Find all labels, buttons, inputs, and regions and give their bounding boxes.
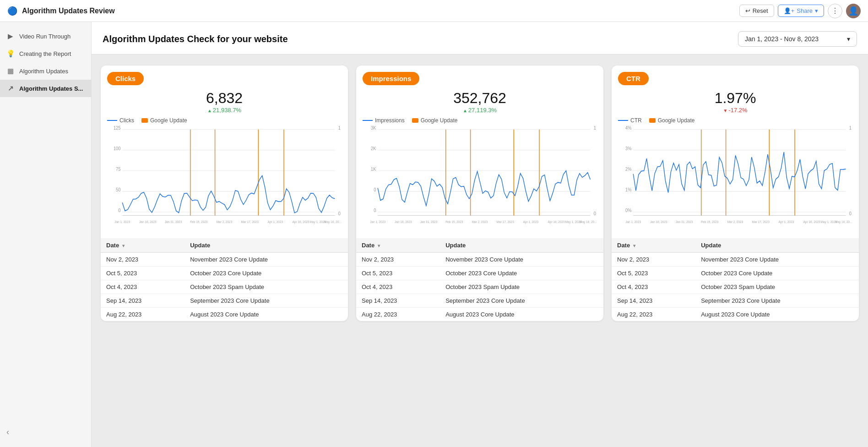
table-cell-update: October 2023 Core Update bbox=[695, 267, 859, 280]
date-picker-chevron: ▾ bbox=[847, 35, 850, 43]
card-clicks: Clicks 6,832 21,938.7% Clicks Google Upd… bbox=[101, 65, 348, 321]
topbar-left: 🔵 Algorithm Updates Review bbox=[7, 6, 115, 16]
table-cell-update: October 2023 Spam Update bbox=[184, 280, 348, 294]
col-update-ctr: Update bbox=[695, 238, 859, 253]
legend-rect-marker bbox=[141, 118, 148, 123]
table-row: Aug 22, 2023 August 2023 Core Update bbox=[356, 308, 603, 322]
svg-text:Apr 1, 2023: Apr 1, 2023 bbox=[268, 220, 283, 224]
svg-text:3K: 3K bbox=[371, 125, 376, 131]
svg-text:Feb 15, 2023: Feb 15, 2023 bbox=[190, 220, 207, 223]
sidebar-icon-algorithm-updates: ▦ bbox=[6, 67, 15, 75]
legend-rect-marker bbox=[649, 118, 656, 123]
svg-text:0: 0 bbox=[374, 187, 376, 192]
chart-legend-impressions: Impressions Google Update bbox=[356, 114, 603, 125]
table-cell-date: Oct 5, 2023 bbox=[356, 267, 440, 280]
card-change-impressions: 27,119.3% bbox=[356, 107, 603, 114]
chart-svg-impressions: 3K 2K 1K 0 0 1 0 Jan 1, 2023 Jan 16, 202… bbox=[361, 125, 599, 233]
table-row: Aug 22, 2023 August 2023 Core Update bbox=[612, 308, 859, 322]
table-cell-update: September 2023 Core Update bbox=[695, 294, 859, 308]
table-row: Oct 4, 2023 October 2023 Spam Update bbox=[101, 280, 348, 294]
svg-text:Apr 16, 2023: Apr 16, 2023 bbox=[803, 220, 820, 224]
svg-text:Jan 31, 2023: Jan 31, 2023 bbox=[676, 220, 693, 223]
more-options-button[interactable]: ⋮ bbox=[828, 4, 842, 18]
table-cell-update: October 2023 Core Update bbox=[440, 267, 603, 280]
sidebar-collapse-button[interactable]: ‹ bbox=[0, 423, 91, 442]
avatar[interactable]: 👤 bbox=[846, 4, 861, 18]
table-cell-date: Aug 22, 2023 bbox=[101, 308, 184, 322]
legend-rect-marker bbox=[412, 118, 418, 123]
table-row: Nov 2, 2023 November 2023 Core Update bbox=[612, 253, 859, 267]
sidebar-item-creating-report[interactable]: 💡Creating the Report bbox=[0, 45, 91, 62]
legend-line-label: CTR bbox=[630, 117, 642, 124]
svg-text:0: 0 bbox=[849, 211, 852, 217]
card-change-clicks: 21,938.7% bbox=[101, 107, 348, 114]
svg-text:Jan 1, 2023: Jan 1, 2023 bbox=[370, 220, 385, 223]
svg-text:1: 1 bbox=[594, 125, 597, 131]
svg-text:May 1, 2023: May 1, 2023 bbox=[820, 220, 837, 224]
sidebar-item-algorithm-updates[interactable]: ▦Algorithm Updates bbox=[0, 62, 91, 80]
svg-text:0: 0 bbox=[594, 211, 597, 217]
table-cell-update: August 2023 Core Update bbox=[440, 308, 603, 322]
legend-rect-impressions: Google Update bbox=[412, 117, 458, 124]
col-date-ctr[interactable]: Date ▾ bbox=[612, 238, 695, 253]
legend-line-impressions: Impressions bbox=[363, 117, 405, 124]
card-table-ctr: Date ▾ Update Nov 2, 2023 November 2023 … bbox=[612, 238, 859, 321]
table-cell-update: November 2023 Core Update bbox=[440, 253, 603, 267]
legend-rect-clicks: Google Update bbox=[141, 117, 187, 124]
svg-text:1: 1 bbox=[849, 125, 852, 131]
col-update-clicks: Update bbox=[184, 238, 348, 253]
sidebar-icon-algorithm-updates-s: ↗ bbox=[6, 84, 15, 93]
svg-text:Feb 15, 2023: Feb 15, 2023 bbox=[445, 220, 463, 223]
table-row: Nov 2, 2023 November 2023 Core Update bbox=[101, 253, 348, 267]
svg-text:Feb 15, 2023: Feb 15, 2023 bbox=[701, 220, 718, 223]
table-cell-date: Sep 14, 2023 bbox=[101, 294, 184, 308]
share-button[interactable]: 👤+ Share ▾ bbox=[778, 5, 824, 17]
table-cell-update: October 2023 Spam Update bbox=[440, 280, 603, 294]
svg-text:Apr 16, 2023: Apr 16, 2023 bbox=[293, 220, 309, 224]
sidebar-icon-video-run-through: ▶ bbox=[6, 32, 15, 40]
change-arrow-ctr bbox=[723, 107, 728, 114]
table-cell-update: November 2023 Core Update bbox=[184, 253, 348, 267]
date-picker[interactable]: Jan 1, 2023 - Nov 8, 2023 ▾ bbox=[738, 31, 857, 47]
svg-text:Mar 2, 2023: Mar 2, 2023 bbox=[217, 220, 233, 223]
change-arrow-clicks bbox=[207, 107, 213, 114]
legend-line-marker bbox=[363, 120, 373, 121]
col-update-impressions: Update bbox=[440, 238, 603, 253]
col-date-clicks[interactable]: Date ▾ bbox=[101, 238, 184, 253]
collapse-icon: ‹ bbox=[6, 427, 9, 436]
table-cell-date: Sep 14, 2023 bbox=[612, 294, 695, 308]
svg-text:4%: 4% bbox=[625, 125, 631, 131]
svg-text:Jan 31, 2023: Jan 31, 2023 bbox=[165, 220, 182, 223]
svg-text:May 1, 2023: May 1, 2023 bbox=[309, 220, 326, 224]
legend-line-marker bbox=[618, 120, 628, 121]
svg-text:Apr 1, 2023: Apr 1, 2023 bbox=[523, 220, 539, 224]
main-content: Algorithm Updates Check for your website… bbox=[92, 22, 868, 447]
table-row: Oct 5, 2023 October 2023 Core Update bbox=[612, 267, 859, 280]
table-row: Oct 4, 2023 October 2023 Spam Update bbox=[356, 280, 603, 294]
svg-text:May 1, 2023: May 1, 2023 bbox=[565, 220, 581, 224]
svg-text:50: 50 bbox=[116, 187, 121, 192]
table-row: Oct 5, 2023 October 2023 Core Update bbox=[101, 267, 348, 280]
card-value-ctr: 1.97% bbox=[612, 90, 859, 107]
svg-text:0: 0 bbox=[118, 207, 121, 213]
card-change-ctr: -17.2% bbox=[612, 107, 859, 114]
table-cell-update: October 2023 Core Update bbox=[184, 267, 348, 280]
reset-button[interactable]: ↩ Reset bbox=[739, 5, 774, 17]
table-row: Nov 2, 2023 November 2023 Core Update bbox=[356, 253, 603, 267]
sidebar-item-video-run-through[interactable]: ▶Video Run Through bbox=[0, 27, 91, 45]
svg-text:75: 75 bbox=[116, 166, 121, 172]
svg-text:Jan 1, 2023: Jan 1, 2023 bbox=[625, 220, 641, 223]
chart-area-impressions: 3K 2K 1K 0 0 1 0 Jan 1, 2023 Jan 16, 202… bbox=[356, 125, 603, 234]
cards-container: Clicks 6,832 21,938.7% Clicks Google Upd… bbox=[92, 55, 868, 332]
table-row: Sep 14, 2023 September 2023 Core Update bbox=[356, 294, 603, 308]
sidebar-item-algorithm-updates-s[interactable]: ↗Algorithm Updates S... bbox=[0, 80, 91, 97]
card-table-impressions: Date ▾ Update Nov 2, 2023 November 2023 … bbox=[356, 238, 603, 321]
share-icon: 👤+ bbox=[784, 7, 795, 14]
table-cell-update: September 2023 Core Update bbox=[440, 294, 603, 308]
svg-text:0: 0 bbox=[374, 207, 376, 213]
svg-text:2%: 2% bbox=[625, 166, 631, 172]
col-date-impressions[interactable]: Date ▾ bbox=[356, 238, 440, 253]
sidebar-label-algorithm-updates: Algorithm Updates bbox=[19, 68, 68, 75]
card-badge-clicks: Clicks bbox=[107, 72, 144, 85]
legend-line-label: Impressions bbox=[375, 117, 405, 124]
